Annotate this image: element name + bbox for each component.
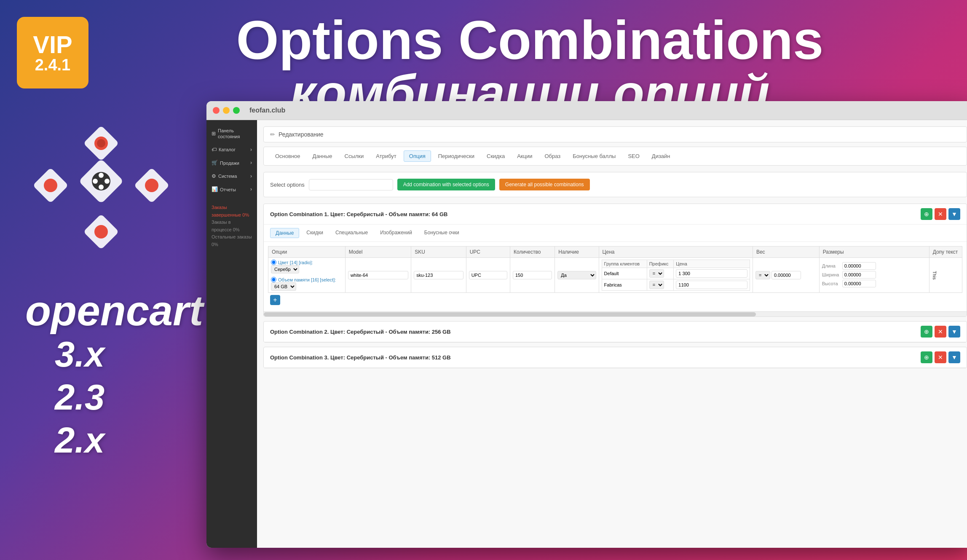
sidebar-item-dashboard[interactable]: ⊞ Панель состояния: [206, 124, 257, 143]
tab-obraz[interactable]: Образ: [539, 151, 565, 161]
combination-3-title: Option Combination 3. Цвет: Серебристый …: [270, 354, 451, 361]
stat-other: Остальные заказы 0%: [212, 233, 252, 248]
option2-select[interactable]: 64 GB: [271, 282, 296, 291]
dim-length-input[interactable]: [842, 262, 876, 270]
inner-tab-skidki[interactable]: Скидки: [301, 228, 328, 238]
select-options-label: Select options: [270, 182, 305, 188]
tab-bonus[interactable]: Бонусные баллы: [568, 151, 621, 161]
add-row-button[interactable]: +: [270, 295, 280, 305]
tab-skidka[interactable]: Скидка: [482, 151, 510, 161]
model-input[interactable]: [348, 271, 409, 279]
option1-select[interactable]: Серебр: [271, 265, 299, 273]
option1-label: Цвет [14] [radio]:: [271, 260, 343, 265]
option2-row: Объем памяти [16] [select]: 64 GB: [271, 277, 343, 291]
tab-seo[interactable]: SEO: [623, 151, 644, 161]
weight-prefix-select[interactable]: = +: [755, 271, 770, 279]
combination-3-header: Option Combination 3. Цвет: Серебристый …: [264, 347, 967, 368]
title-english: Options Combinations: [101, 13, 959, 67]
dim-height-input[interactable]: [842, 280, 876, 287]
version-2x: 2.x: [55, 419, 104, 462]
td-avail: Да Нет: [555, 258, 599, 293]
combination-1-table: Опции Model SKU UPC Количество Наличие Ц…: [268, 246, 962, 293]
opencart-label: opencart: [25, 287, 203, 335]
tab-periodicheski[interactable]: Периодически: [433, 151, 479, 161]
browser-content: ⊞ Панель состояния 🏷 Каталог › 🛒 Продажи…: [206, 120, 967, 548]
inner-tab-bonusnye[interactable]: Бонусные очки: [419, 228, 464, 238]
price-th-price: Цена: [674, 260, 750, 268]
window-close-dot[interactable]: [213, 107, 220, 114]
sidebar-item-sales[interactable]: 🛒 Продажи ›: [206, 156, 257, 170]
price-prefix-default[interactable]: = + -: [649, 269, 664, 278]
tab-dannye[interactable]: Данные: [308, 151, 338, 161]
option1-radio[interactable]: [271, 260, 276, 265]
versions-list: 3.x 2.3 2.x: [55, 333, 104, 462]
upc-input[interactable]: [469, 271, 507, 279]
horizontal-scrollbar[interactable]: [264, 311, 967, 316]
th-sku: SKU: [411, 247, 466, 258]
sidebar-item-catalog[interactable]: 🏷 Каталог ›: [206, 143, 257, 157]
inner-tab-dannye[interactable]: Данные: [270, 228, 299, 238]
td-options: Цвет [14] [radio]: Серебр: [268, 258, 346, 293]
sidebar-item-system[interactable]: ⚙ Система ›: [206, 170, 257, 183]
combination-3-delete-button[interactable]: ✕: [935, 351, 946, 363]
diamond-left: [34, 169, 67, 204]
inner-tab-spetsialnye[interactable]: Специальные: [330, 228, 373, 238]
browser-titlebar: feofan.club: [206, 101, 967, 120]
combination-1-inner-tabs: Данные Скидки Специальные Изображений Бо…: [264, 225, 967, 242]
combination-1-copy-button[interactable]: ⊕: [921, 208, 932, 220]
icons-decoration: [25, 118, 194, 287]
sidebar: ⊞ Панель состояния 🏷 Каталог › 🛒 Продажи…: [206, 120, 257, 548]
options-select-row: Select options Add combination with sele…: [270, 179, 960, 190]
option2-radio[interactable]: [271, 277, 276, 282]
td-qty: [510, 258, 555, 293]
combination-2-collapse-button[interactable]: ▼: [948, 326, 960, 338]
price-prefix-fabricas[interactable]: = + -: [649, 281, 664, 289]
extra-text: This: [932, 263, 937, 288]
combination-block-1: Option Combination 1. Цвет: Серебристый …: [263, 204, 967, 317]
combination-2-delete-button[interactable]: ✕: [935, 326, 946, 338]
combination-1-delete-button[interactable]: ✕: [935, 208, 946, 220]
svg-point-9: [93, 179, 98, 184]
dim-width-row: Ширина: [822, 271, 927, 279]
tab-osnovnoe[interactable]: Основное: [270, 151, 305, 161]
avail-select[interactable]: Да Нет: [557, 271, 596, 279]
sku-input[interactable]: [414, 271, 463, 279]
dim-width-input[interactable]: [842, 271, 876, 279]
tab-optsiya[interactable]: Опция: [404, 150, 431, 162]
tab-ssylki[interactable]: Ссылки: [340, 151, 369, 161]
th-extra: Допу текст: [929, 247, 962, 258]
select-options-input[interactable]: [309, 179, 393, 190]
dim-height-label: Высота: [822, 281, 841, 286]
combination-3-actions: ⊕ ✕ ▼: [921, 351, 960, 363]
td-weight: = +: [753, 258, 819, 293]
window-minimize-dot[interactable]: [223, 107, 230, 114]
inner-tab-izobrazheniy[interactable]: Изображений: [375, 228, 417, 238]
add-combination-button[interactable]: Add combination with selected options: [397, 179, 495, 190]
th-qty: Количество: [510, 247, 555, 258]
price-value-default[interactable]: [676, 269, 747, 278]
tab-dizayn[interactable]: Дизайн: [647, 151, 675, 161]
diamond-bottom: [84, 215, 118, 250]
tab-aktsii[interactable]: Акции: [512, 151, 537, 161]
combination-3-copy-button[interactable]: ⊕: [921, 351, 932, 363]
qty-input[interactable]: [513, 271, 552, 279]
weight-input[interactable]: [771, 271, 801, 279]
svg-point-12: [145, 179, 158, 192]
sidebar-item-reports[interactable]: 📊 Отчеты ›: [206, 183, 257, 196]
combination-2-copy-button[interactable]: ⊕: [921, 326, 932, 338]
th-avail: Наличие: [555, 247, 599, 258]
tab-atribut[interactable]: Атрибут: [371, 151, 401, 161]
combination-1-title: Option Combination 1. Цвет: Серебристый …: [270, 211, 447, 217]
table-header-row: Опции Model SKU UPC Количество Наличие Ц…: [268, 247, 962, 258]
price-value-fabricas[interactable]: [676, 281, 747, 289]
combination-block-3: Option Combination 3. Цвет: Серебристый …: [263, 347, 967, 368]
window-maximize-dot[interactable]: [233, 107, 240, 114]
generate-combinations-button[interactable]: Generate all possible combinations: [499, 179, 590, 190]
combination-1-collapse-button[interactable]: ▼: [948, 208, 960, 220]
combination-3-collapse-button[interactable]: ▼: [948, 351, 960, 363]
combination-2-actions: ⊕ ✕ ▼: [921, 326, 960, 338]
th-dims: Размеры: [819, 247, 929, 258]
combination-1-actions: ⊕ ✕ ▼: [921, 208, 960, 220]
version-23: 2.3: [55, 376, 104, 419]
th-price: Цена: [599, 247, 753, 258]
